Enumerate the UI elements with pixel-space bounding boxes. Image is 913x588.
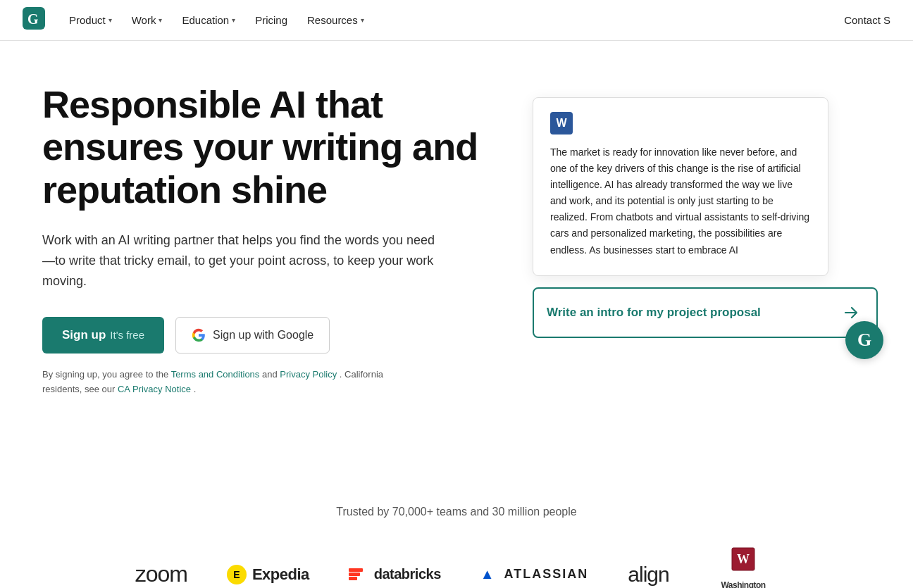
chevron-down-icon: ▾ xyxy=(159,16,162,24)
doc-card-header: W xyxy=(550,112,811,135)
prompt-box[interactable]: Write an intro for my project proposal xyxy=(533,287,878,338)
trusted-section: Trusted by 70,000+ teams and 30 million … xyxy=(0,477,913,588)
logo-zoom: zoom xyxy=(135,561,187,587)
google-icon xyxy=(192,328,206,342)
nav-item-work[interactable]: Work ▾ xyxy=(125,10,170,30)
nav-item-product[interactable]: Product ▾ xyxy=(62,10,119,30)
atlassian-icon: ▲ xyxy=(480,566,495,582)
hero-right: W The market is ready for innovation lik… xyxy=(533,97,871,338)
nav-item-resources[interactable]: Resources ▾ xyxy=(300,10,371,30)
ca-privacy-link[interactable]: CA Privacy Notice xyxy=(118,384,191,394)
signup-button[interactable]: Sign up It's free xyxy=(42,317,164,354)
google-signup-button[interactable]: Sign up with Google xyxy=(175,317,330,354)
svg-text:G: G xyxy=(27,11,39,27)
chevron-down-icon: ▾ xyxy=(232,16,235,24)
hero-left: Responsible AI that ensures your writing… xyxy=(42,83,493,396)
logo-align: align xyxy=(628,563,669,587)
chevron-down-icon: ▾ xyxy=(108,16,112,24)
washington-icon: W xyxy=(731,546,756,572)
logo-expedia: E Expedia xyxy=(227,565,309,584)
grammarly-badge: G xyxy=(845,321,883,359)
hero-section: Responsible AI that ensures your writing… xyxy=(0,41,913,477)
hero-legal: By signing up, you agree to the Terms an… xyxy=(42,368,423,397)
nav-item-education[interactable]: Education ▾ xyxy=(175,10,242,30)
word-icon: W xyxy=(550,112,573,135)
grammarly-g-icon: G xyxy=(857,330,871,351)
nav-item-pricing[interactable]: Pricing xyxy=(248,10,294,30)
hero-buttons: Sign up It's free Sign up with Google xyxy=(42,317,493,354)
prompt-text: Write an intro for my project proposal xyxy=(547,306,761,320)
logo-atlassian: ▲ ATLASSIAN xyxy=(480,566,588,582)
svg-text:W: W xyxy=(737,552,750,566)
signup-free-label: It's free xyxy=(110,329,144,341)
hero-subtext: Work with an AI writing partner that hel… xyxy=(42,230,437,291)
expedia-icon: E xyxy=(227,565,247,584)
navbar: G Product ▾ Work ▾ Education ▾ Pricing R… xyxy=(0,0,913,41)
hero-headline: Responsible AI that ensures your writing… xyxy=(42,83,493,211)
databricks-icon xyxy=(349,568,363,580)
doc-card: W The market is ready for innovation lik… xyxy=(533,97,828,276)
privacy-link[interactable]: Privacy Policy xyxy=(280,369,337,380)
logo-databricks: databricks xyxy=(349,566,441,582)
nav-contact[interactable]: Contact S xyxy=(844,14,890,26)
nav-right: Contact S xyxy=(844,14,890,26)
doc-card-body: The market is ready for innovation like … xyxy=(550,144,811,258)
logo-washington: W WashingtonUniversity in St. Lo xyxy=(709,546,778,588)
logos-row: zoom E Expedia databricks ▲ ATLASSIAN al… xyxy=(42,546,871,588)
nav-left: G Product ▾ Work ▾ Education ▾ Pricing R… xyxy=(23,7,371,34)
chevron-down-icon: ▾ xyxy=(361,16,364,24)
trusted-text: Trusted by 70,000+ teams and 30 million … xyxy=(42,506,871,518)
terms-link[interactable]: Terms and Conditions xyxy=(171,369,260,380)
logo[interactable]: G xyxy=(23,7,45,34)
